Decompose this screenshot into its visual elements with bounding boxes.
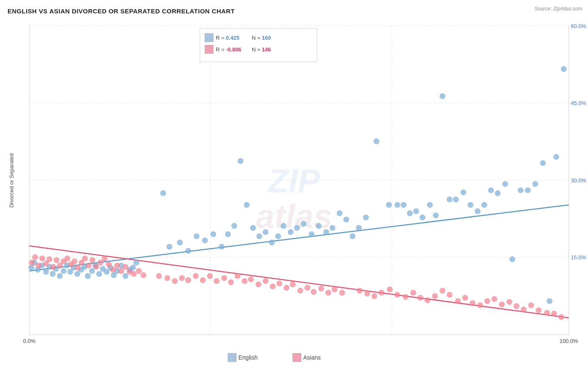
dot-asian <box>311 289 317 295</box>
legend-r-asians-label: R = <box>216 46 225 53</box>
dot-english <box>440 93 445 99</box>
dot-asian <box>558 314 564 320</box>
x-label-100: 100.0% <box>560 338 578 344</box>
dot-asian <box>417 295 423 301</box>
dot-asian <box>424 297 430 303</box>
dot-english <box>386 202 392 208</box>
dot-english <box>356 225 362 231</box>
dot-asian <box>72 258 77 264</box>
dot-english <box>160 190 166 196</box>
dot-english <box>394 202 400 208</box>
dot-asian <box>110 267 116 273</box>
dot-asian <box>32 254 38 260</box>
dot-asian <box>172 278 178 284</box>
dot-asian <box>82 255 88 261</box>
dot-english <box>495 190 501 196</box>
y-label-60: 60.0% <box>571 23 586 29</box>
dot-asian <box>97 260 103 266</box>
dot-asian <box>440 288 445 294</box>
dot-asian <box>551 311 557 317</box>
dot-asian <box>106 261 112 267</box>
dot-english <box>468 202 473 208</box>
dot-asian <box>270 284 276 289</box>
dot-english <box>419 215 425 220</box>
dot-english <box>488 187 494 193</box>
dot-english <box>269 240 275 245</box>
dot-asian <box>221 275 227 281</box>
dot-english <box>363 215 369 220</box>
dot-english <box>540 160 546 166</box>
dot-asian <box>207 273 213 279</box>
dot-asian <box>118 268 124 274</box>
dot-english <box>525 187 531 193</box>
dot-english <box>43 269 49 275</box>
dot-asian <box>93 264 99 270</box>
legend-r-asians-value: -0.806 <box>226 46 241 53</box>
dot-asian <box>387 286 393 292</box>
dot-english <box>502 181 508 187</box>
dot-asian <box>484 298 490 304</box>
asians-trend-line <box>29 246 569 318</box>
dot-english <box>281 223 286 229</box>
legend-r-english-label: R = <box>216 35 225 41</box>
dot-english <box>194 233 199 239</box>
dot-asian <box>394 292 400 298</box>
dot-english <box>343 217 349 222</box>
dot-asian <box>477 302 483 308</box>
dot-asian <box>185 277 191 283</box>
dot-english <box>350 233 355 239</box>
dot-asian <box>357 288 363 294</box>
dot-english <box>275 233 281 239</box>
dot-english <box>61 268 66 274</box>
watermark-zip: ZIP <box>267 162 320 199</box>
dot-english <box>373 138 379 144</box>
dot-asian <box>544 310 550 316</box>
dot-english <box>401 202 406 208</box>
dot-english <box>202 238 208 243</box>
dot-asian <box>536 307 542 313</box>
dot-english <box>185 248 191 254</box>
legend-n-asians-value: 146 <box>262 46 271 53</box>
dot-english <box>256 233 262 239</box>
dot-english <box>89 268 95 274</box>
dot-english <box>96 271 102 277</box>
dot-asian <box>371 293 377 299</box>
dot-english <box>337 210 343 216</box>
dot-english <box>238 158 243 164</box>
dot-asian <box>470 300 476 306</box>
dot-english <box>553 154 559 160</box>
bottom-legend-asians: Asians <box>303 354 321 361</box>
dot-english <box>219 244 225 250</box>
dot-english <box>323 229 329 235</box>
legend-n-english-label: N = <box>252 35 261 41</box>
dot-english <box>433 212 439 218</box>
dot-english <box>225 231 231 237</box>
dot-english <box>210 231 216 237</box>
dot-asian <box>235 273 240 279</box>
dot-asian <box>141 272 146 278</box>
dot-asian <box>131 271 137 277</box>
dot-asian <box>179 275 185 281</box>
chart-container: ENGLISH VS ASIAN DIVORCED OR SEPARATED C… <box>0 0 588 373</box>
dot-english <box>263 229 268 235</box>
dot-asian <box>499 301 505 307</box>
dot-asian <box>64 255 70 261</box>
dot-asian <box>136 268 142 274</box>
dot-asian <box>403 294 409 300</box>
dot-english <box>509 256 515 262</box>
dot-asian <box>378 290 384 296</box>
dot-english <box>123 273 128 279</box>
dot-english <box>133 260 139 266</box>
dot-english <box>407 210 413 216</box>
dot-asian <box>248 276 254 282</box>
dot-asian <box>304 285 310 291</box>
svg-rect-11 <box>205 45 213 54</box>
dot-english <box>177 240 183 245</box>
dot-english <box>330 225 335 231</box>
dot-asian <box>54 257 59 263</box>
dot-asian <box>200 277 206 283</box>
dot-asian <box>521 307 527 312</box>
dot-asian <box>164 275 170 281</box>
dot-english <box>250 225 256 231</box>
dot-asian <box>75 265 81 271</box>
